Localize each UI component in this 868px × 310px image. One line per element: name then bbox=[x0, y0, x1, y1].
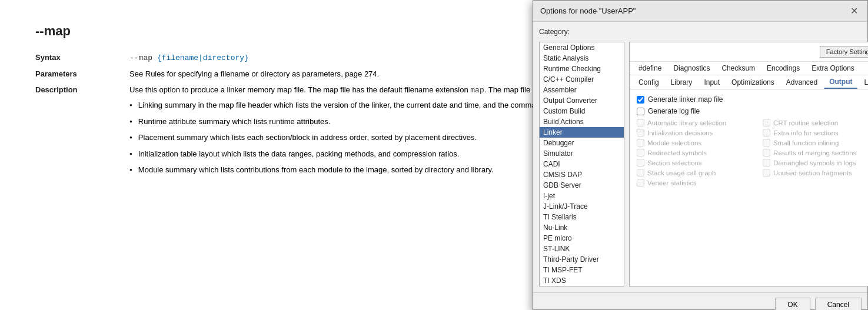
redirected-symbols-checkbox bbox=[637, 149, 644, 156]
category-item-custom-build[interactable]: Custom Build bbox=[540, 106, 624, 116]
generate-linker-map-file-row: Generate linker map file bbox=[637, 95, 868, 104]
syntax-label: Syntax bbox=[35, 49, 118, 66]
dialog-body: Category: General OptionsStatic Analysis… bbox=[533, 22, 867, 292]
parameters-suffix: , page 274. bbox=[341, 69, 379, 78]
redirected-symbols-label: Redirected symbols bbox=[647, 149, 707, 156]
category-item-pe-micro[interactable]: PE micro bbox=[540, 233, 624, 244]
results-of-merging-sections-label: Results of merging sections bbox=[773, 149, 856, 156]
tab-diagnostics[interactable]: Diagnostics bbox=[668, 62, 715, 75]
tab-config[interactable]: Config bbox=[633, 75, 664, 89]
syntax-code-blue: {filename|directory} bbox=[157, 54, 249, 62]
small-function-inlining-checkbox bbox=[763, 139, 770, 146]
generate-linker-map-file-label[interactable]: Generate linker map file bbox=[648, 95, 723, 104]
stack-usage-call-graph-row: Stack usage call graph bbox=[637, 169, 751, 176]
category-item-ti-xds[interactable]: TI XDS bbox=[540, 275, 624, 286]
category-item-output-converter[interactable]: Output Converter bbox=[540, 95, 624, 106]
tab-output[interactable]: Output bbox=[824, 75, 857, 89]
extra-info-for-sections-checkbox bbox=[763, 129, 770, 136]
category-item-nu-link[interactable]: Nu-Link bbox=[540, 222, 624, 233]
category-item-ti-stellaris[interactable]: TI Stellaris bbox=[540, 212, 624, 222]
options-panel: Factory Settings #defineDiagnosticsCheck… bbox=[629, 42, 868, 286]
extra-info-for-sections-label: Extra info for sections bbox=[773, 129, 839, 136]
description-label: Description bbox=[35, 82, 118, 184]
extra-info-for-sections-row: Extra info for sections bbox=[763, 129, 868, 136]
automatic-library-selection-label: Automatic library selection bbox=[647, 119, 726, 126]
generate-log-file-checkbox[interactable] bbox=[637, 108, 644, 115]
generate-linker-map-file-checkbox[interactable] bbox=[637, 96, 644, 104]
module-selections-row: Module selections bbox=[637, 139, 751, 146]
description-intro: Use this option to produce a linker memo… bbox=[129, 85, 470, 94]
tab-advanced[interactable]: Advanced bbox=[781, 75, 823, 89]
tab-optimizations[interactable]: Optimizations bbox=[726, 75, 780, 89]
crt-routine-selection-label: CRT routine selection bbox=[773, 119, 838, 126]
small-function-inlining-label: Small function inlining bbox=[773, 139, 839, 146]
section-selections-row: Section selections bbox=[637, 159, 751, 166]
category-item-cmsis-dap[interactable]: CMSIS DAP bbox=[540, 169, 624, 180]
category-item-build-actions[interactable]: Build Actions bbox=[540, 116, 624, 127]
results-of-merging-sections-row: Results of merging sections bbox=[763, 149, 868, 156]
parameters-italic: Rules for specifying a filename or direc… bbox=[145, 69, 341, 78]
crt-routine-selection-row: CRT routine selection bbox=[763, 119, 868, 126]
category-list[interactable]: General OptionsStatic AnalysisRuntime Ch… bbox=[539, 42, 624, 286]
section-selections-label: Section selections bbox=[647, 159, 702, 166]
factory-settings-button[interactable]: Factory Settings bbox=[820, 46, 868, 58]
dialog: Options for node "UserAPP" ✕ Category: G… bbox=[533, 0, 868, 310]
stack-usage-call-graph-label: Stack usage call graph bbox=[647, 169, 716, 176]
demangled-symbols-in-logs-checkbox bbox=[763, 159, 770, 166]
initialization-decisions-label: Initialization decisions bbox=[647, 129, 713, 136]
tab-encodings[interactable]: Encodings bbox=[761, 62, 805, 75]
tab-input[interactable]: Input bbox=[699, 75, 725, 89]
module-selections-label: Module selections bbox=[647, 139, 701, 146]
syntax-code: --map {filename|directory} bbox=[129, 54, 249, 62]
stack-usage-call-graph-checkbox bbox=[637, 169, 644, 176]
category-label: Category: bbox=[539, 28, 862, 36]
category-item-jlink-jtrace[interactable]: J-Link/J-Trace bbox=[540, 201, 624, 212]
options-content: Generate linker map file Generate log fi… bbox=[630, 89, 868, 286]
category-item-assembler[interactable]: Assembler bbox=[540, 85, 624, 95]
factory-settings-row: Factory Settings bbox=[630, 42, 868, 62]
crt-routine-selection-checkbox bbox=[763, 119, 770, 126]
category-item-ti-msp-fet[interactable]: TI MSP-FET bbox=[540, 265, 624, 275]
generate-log-file-row: Generate log file bbox=[637, 107, 868, 115]
category-item-gdb-server[interactable]: GDB Server bbox=[540, 180, 624, 191]
category-item-third-party-driver[interactable]: Third-Party Driver bbox=[540, 254, 624, 265]
unused-section-fragments-label: Unused section fragments bbox=[773, 169, 852, 176]
parameters-label: Parameters bbox=[35, 66, 118, 82]
category-item-linker[interactable]: Linker bbox=[540, 127, 624, 138]
category-item-debugger[interactable]: Debugger bbox=[540, 138, 624, 148]
tabs-row-2: ConfigLibraryInputOptimizationsAdvancedO… bbox=[630, 75, 868, 89]
category-item-cadi[interactable]: CADI bbox=[540, 159, 624, 169]
initialization-decisions-row: Initialization decisions bbox=[637, 129, 751, 136]
content-row: General OptionsStatic AnalysisRuntime Ch… bbox=[539, 42, 862, 286]
category-item-static-analysis[interactable]: Static Analysis bbox=[540, 53, 624, 64]
category-item-runtime-checking[interactable]: Runtime Checking bbox=[540, 64, 624, 74]
category-item-simulator[interactable]: Simulator bbox=[540, 148, 624, 159]
demangled-symbols-in-logs-label: Demangled symbols in logs bbox=[773, 159, 856, 166]
automatic-library-selection-checkbox bbox=[637, 119, 644, 126]
parameters-text: See bbox=[129, 69, 145, 78]
tab-define[interactable]: #define bbox=[633, 62, 667, 75]
ok-button[interactable]: OK bbox=[775, 298, 810, 310]
redirected-symbols-row: Redirected symbols bbox=[637, 149, 751, 156]
category-item-general-options[interactable]: General Options bbox=[540, 42, 624, 53]
tab-extra-options[interactable]: Extra Options bbox=[806, 62, 860, 75]
section-selections-checkbox bbox=[637, 159, 644, 166]
module-selections-checkbox bbox=[637, 139, 644, 146]
tab-library[interactable]: Library bbox=[666, 75, 698, 89]
category-item-i-jet[interactable]: I-jet bbox=[540, 191, 624, 201]
tabs-row-1: #defineDiagnosticsChecksumEncodingsExtra… bbox=[630, 62, 868, 75]
tab-checksum[interactable]: Checksum bbox=[716, 62, 760, 75]
unused-section-fragments-checkbox bbox=[763, 169, 770, 176]
unused-section-fragments-row: Unused section fragments bbox=[763, 169, 868, 176]
category-item-c-cpp-compiler[interactable]: C/C++ Compiler bbox=[540, 74, 624, 85]
category-item-st-link[interactable]: ST-LINK bbox=[540, 244, 624, 254]
dialog-close-button[interactable]: ✕ bbox=[848, 5, 860, 16]
small-function-inlining-row: Small function inlining bbox=[763, 139, 868, 146]
automatic-library-selection-row: Automatic library selection bbox=[637, 119, 751, 126]
generate-log-file-label[interactable]: Generate log file bbox=[648, 107, 700, 115]
veneer-statistics-label: Veneer statistics bbox=[647, 179, 697, 186]
tab-list[interactable]: List bbox=[859, 75, 868, 89]
cancel-button[interactable]: Cancel bbox=[815, 298, 862, 310]
description-code: map bbox=[470, 86, 484, 95]
dialog-footer: OK Cancel bbox=[533, 292, 867, 310]
